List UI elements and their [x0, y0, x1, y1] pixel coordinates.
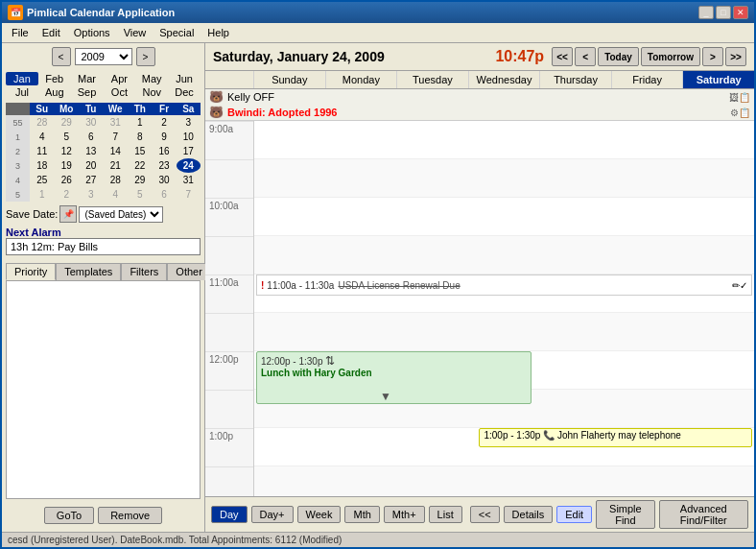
view-dayplus-button[interactable]: Day+ — [251, 506, 294, 523]
tab-filters[interactable]: Filters — [121, 263, 167, 280]
cal-day-13[interactable]: 13 — [79, 144, 103, 158]
event-john[interactable]: 1:00p - 1:30p 📞 John Flaherty may teleph… — [479, 428, 752, 447]
cal-day-25[interactable]: 25 — [30, 173, 54, 187]
prev-period-button[interactable]: << — [470, 506, 500, 523]
cal-day-20[interactable]: 20 — [79, 158, 103, 173]
edit-button[interactable]: Edit — [556, 506, 592, 523]
close-button[interactable]: ✕ — [733, 6, 748, 19]
cal-day-6[interactable]: 6 — [152, 187, 176, 202]
cal-day-1[interactable]: 1 — [30, 187, 54, 202]
cal-day-7[interactable]: 7 — [177, 187, 201, 202]
save-date-dropdown[interactable]: (Saved Dates) — [79, 206, 163, 223]
cal-day-31[interactable]: 31 — [103, 115, 128, 130]
menu-edit[interactable]: Edit — [36, 25, 66, 40]
cal-day-5[interactable]: 5 — [128, 187, 152, 202]
month-jun[interactable]: Jun — [168, 72, 201, 85]
cal-prev-button[interactable]: < — [575, 47, 596, 66]
all-day-event-kelly[interactable]: 🐻 Kelly OFF 🖼📋 — [205, 89, 754, 105]
month-may[interactable]: May — [135, 72, 168, 85]
next-month-button[interactable]: > — [136, 47, 155, 66]
minimize-button[interactable]: _ — [698, 6, 714, 19]
time-slot-930 — [205, 159, 253, 198]
cal-tomorrow-button[interactable]: Tomorrow — [641, 47, 700, 66]
view-list-button[interactable]: List — [429, 506, 462, 523]
cal-day-6[interactable]: 6 — [79, 130, 103, 144]
month-jan[interactable]: Jan — [6, 72, 38, 85]
view-mthplus-button[interactable]: Mth+ — [384, 506, 425, 523]
remove-button[interactable]: Remove — [98, 507, 162, 524]
month-oct[interactable]: Oct — [103, 85, 135, 99]
cal-date-title: Saturday, January 24, 2009 — [213, 49, 487, 64]
cal-day-1[interactable]: 1 — [128, 115, 152, 130]
cal-day-26[interactable]: 26 — [54, 173, 79, 187]
menu-special[interactable]: Special — [154, 25, 200, 40]
cal-day-18[interactable]: 18 — [30, 158, 54, 173]
cal-day-15[interactable]: 15 — [128, 144, 152, 158]
cal-day-5[interactable]: 5 — [54, 130, 79, 144]
month-apr[interactable]: Apr — [103, 72, 135, 85]
cal-day-8[interactable]: 8 — [128, 130, 152, 144]
cal-day-30[interactable]: 30 — [79, 115, 103, 130]
month-feb[interactable]: Feb — [38, 72, 71, 85]
menu-bar: File Edit Options View Special Help — [2, 23, 754, 43]
menu-view[interactable]: View — [118, 25, 153, 40]
cal-day-7[interactable]: 7 — [103, 130, 128, 144]
cal-day-24[interactable]: 24 — [177, 158, 201, 173]
month-sep[interactable]: Sep — [71, 85, 104, 99]
cal-day-2[interactable]: 2 — [54, 187, 79, 202]
cal-day-28[interactable]: 28 — [30, 115, 54, 130]
cal-day-3[interactable]: 3 — [79, 187, 103, 202]
cal-day-17[interactable]: 17 — [177, 144, 201, 158]
view-mth-button[interactable]: Mth — [344, 506, 379, 523]
cal-day-29[interactable]: 29 — [54, 115, 79, 130]
view-week-button[interactable]: Week — [297, 506, 342, 523]
cal-day-2[interactable]: 2 — [152, 115, 176, 130]
cal-prev-prev-button[interactable]: << — [552, 47, 573, 66]
cal-day-19[interactable]: 19 — [54, 158, 79, 173]
cal-day-9[interactable]: 9 — [152, 130, 176, 144]
simple-find-button[interactable]: Simple Find — [596, 500, 654, 529]
cal-day-27[interactable]: 27 — [79, 173, 103, 187]
cal-day-21[interactable]: 21 — [103, 158, 128, 173]
maximize-button[interactable]: □ — [716, 6, 731, 19]
cal-day-30[interactable]: 30 — [152, 173, 176, 187]
save-date-button[interactable]: 📌 — [59, 205, 77, 223]
menu-options[interactable]: Options — [68, 25, 116, 40]
tab-priority[interactable]: Priority — [6, 263, 56, 280]
cal-next-next-button[interactable]: >> — [725, 47, 746, 66]
menu-help[interactable]: Help — [201, 25, 235, 40]
cal-next-button[interactable]: > — [702, 47, 723, 66]
goto-button[interactable]: GoTo — [44, 507, 94, 524]
advanced-find-button[interactable]: Advanced Find/Filter — [659, 500, 748, 529]
month-aug[interactable]: Aug — [38, 85, 71, 99]
tab-templates[interactable]: Templates — [56, 263, 121, 280]
cal-day-22[interactable]: 22 — [128, 158, 152, 173]
cal-day-11[interactable]: 11 — [30, 144, 54, 158]
cal-day-4[interactable]: 4 — [103, 187, 128, 202]
event-usda[interactable]: ! 11:00a - 11:30a USDA License Renewal D… — [256, 274, 752, 296]
menu-file[interactable]: File — [6, 25, 35, 40]
all-day-event-bwindi[interactable]: 🐻 Bwindi: Adopted 1996 ⚙📋 — [205, 105, 754, 120]
month-jul[interactable]: Jul — [6, 85, 38, 99]
year-select[interactable]: 2009 — [75, 48, 132, 65]
cal-day-16[interactable]: 16 — [152, 144, 176, 158]
cal-day-14[interactable]: 14 — [103, 144, 128, 158]
month-dec[interactable]: Dec — [168, 85, 201, 99]
cal-day-28[interactable]: 28 — [103, 173, 128, 187]
cal-day-4[interactable]: 4 — [30, 130, 54, 144]
cal-day-10[interactable]: 10 — [177, 130, 201, 144]
cal-day-12[interactable]: 12 — [54, 144, 79, 158]
month-mar[interactable]: Mar — [71, 72, 104, 85]
cal-today-button[interactable]: Today — [598, 47, 639, 66]
cal-day-31[interactable]: 31 — [177, 173, 201, 187]
prev-month-button[interactable]: < — [52, 47, 71, 66]
view-day-button[interactable]: Day — [211, 506, 248, 523]
month-nov[interactable]: Nov — [135, 85, 168, 99]
cal-day-3[interactable]: 3 — [177, 115, 201, 130]
cal-day-23[interactable]: 23 — [152, 158, 176, 173]
details-button[interactable]: Details — [504, 506, 554, 523]
calendar-scroll-area[interactable]: 9:00a 10:00a 11:00a 12:00p 1:00p 2:00p — [205, 121, 754, 496]
cal-day-29[interactable]: 29 — [128, 173, 152, 187]
events-area: ! 11:00a - 11:30a USDA License Renewal D… — [253, 121, 754, 496]
event-lunch[interactable]: 12:00p - 1:30p ⇅ Lunch with Hary Garden … — [256, 351, 532, 404]
